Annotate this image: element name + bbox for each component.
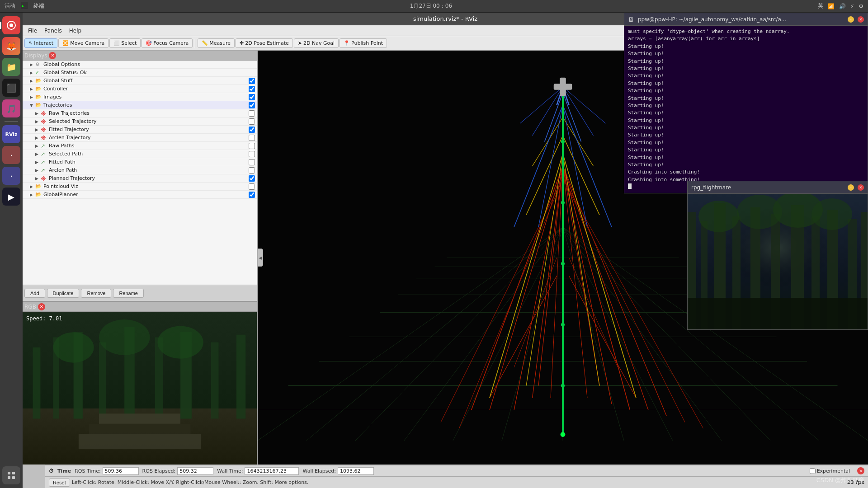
interact-button[interactable]: ↖ Interact [24,38,57,48]
planned-trajectory-checkbox[interactable] [249,175,255,182]
raw-paths-icon: ↗ [41,143,48,149]
nav-goal-icon: ➤ [298,40,302,46]
pose-estimate-label: 2D Pose Estimate [245,40,289,46]
tree-item-arclen-trajectory[interactable]: ▶ ❋ Arclen Trajectory [23,134,257,142]
reset-button[interactable]: Reset [49,479,70,487]
terminal-minimize-button[interactable]: - [848,16,854,23]
controller-checkbox[interactable] [249,86,255,92]
watermark: CSDN @炸机狂魔 [816,476,864,484]
raw-paths-checkbox[interactable] [249,143,255,149]
svg-rect-20 [89,424,190,434]
tree-label-global-planner: GlobalPlanner [43,192,249,197]
fitted-trajectory-checkbox[interactable] [249,127,255,133]
experimental-checkbox[interactable] [810,468,816,474]
terminal-label[interactable]: 终端 [33,2,44,10]
ros-elapsed-field: ROS Elapsed: 509.32 [142,467,214,475]
tree-item-controller[interactable]: ▶ 📂 Controller [23,85,257,93]
selected-path-checkbox[interactable] [249,151,255,157]
tree-item-selected-trajectory[interactable]: ▶ ❋ Selected Trajectory [23,117,257,126]
tree-item-planned-trajectory[interactable]: ▶ ❋ Planned Trajectory [23,174,257,183]
arclen-trajectory-checkbox[interactable] [249,135,255,141]
focus-camera-button[interactable]: 🎯 Focus Camera [142,38,193,48]
pointcloud-viz-checkbox[interactable] [249,183,255,190]
tree-label-trajectories: Trajectories [43,102,249,108]
dock-item-terminal[interactable]: ⬛ [2,79,20,97]
tree-item-selected-path[interactable]: ▶ ↗ Selected Path [23,150,257,158]
select-button[interactable]: ⬜ Select [109,38,141,48]
tree-item-raw-trajectories[interactable]: ▶ ❋ Raw Trajectories [23,109,257,117]
global-stuff-checkbox[interactable] [249,78,255,84]
dock-item-files[interactable] [2,16,20,34]
images-checkbox[interactable] [249,94,255,100]
displays-tree[interactable]: ▶ ⚙ Global Options ▶ ✓ Global Status: Ok… [23,61,257,285]
lang-label[interactable]: 英 [818,2,823,10]
svg-point-24 [157,326,203,359]
trajectories-checkbox[interactable] [249,102,255,108]
panel-collapse-handle[interactable]: ◀ [258,249,263,267]
tree-item-trajectories[interactable]: ▼ 📂 Trajectories [23,101,257,109]
system-bar-center: 1月27日 00：06 [410,2,452,10]
tree-item-arclen-path[interactable]: ▶ ↗ Arclen Path [23,166,257,174]
tree-arrow-icon: ▶ [35,152,41,156]
nav-goal-label: 2D Nav Goal [303,40,335,46]
dock-item-unknown1[interactable]: · [2,146,20,164]
tree-item-global-status[interactable]: ▶ ✓ Global Status: Ok [23,69,257,77]
dock-item-unknown2[interactable]: · [2,167,20,185]
tree-item-raw-paths[interactable]: ▶ ↗ Raw Paths [23,142,257,150]
remove-button[interactable]: Remove [81,289,111,298]
publish-point-button[interactable]: 📍 Publish Point [340,38,387,48]
pose-estimate-button[interactable]: ✤ 2D Pose Estimate [236,38,293,48]
terminal-close-button[interactable]: ✕ [858,16,864,23]
displays-close-button[interactable]: ✕ [49,52,56,59]
arclen-path-checkbox[interactable] [249,167,255,174]
dock-item-terminal2[interactable]: ▶ [2,188,20,206]
settings-icon[interactable]: ⚙ [859,3,863,9]
menu-help[interactable]: Help [66,27,85,35]
rgb-close-button[interactable]: ✕ [38,303,45,310]
measure-button[interactable]: 📏 Measure [198,38,235,48]
tree-item-images[interactable]: ▶ 📂 Images [23,93,257,101]
dock-apps-button[interactable] [2,466,20,484]
duplicate-button[interactable]: Duplicate [47,289,80,298]
tree-item-global-planner[interactable]: ▶ 📂 GlobalPlanner [23,191,257,199]
terminal-line: Starting up! [628,58,864,65]
move-camera-button[interactable]: 🔀 Move Camera [58,38,108,48]
dock-item-files2[interactable]: 📁 [2,58,20,76]
dock-item-rviz[interactable]: RViz [2,125,20,143]
tree-item-fitted-path[interactable]: ▶ ↗ Fitted Path [23,158,257,166]
selected-traj-icon: ❋ [41,118,48,125]
svg-point-120 [811,198,852,230]
svg-rect-19 [99,413,180,424]
tree-item-pointcloud-viz[interactable]: ▶ 📂 Pointcloud Viz [23,183,257,191]
terminal-line: Starting up! [628,139,864,146]
rename-button[interactable]: Rename [113,289,144,298]
time-close-button[interactable]: ✕ [857,467,864,474]
terminal-line: Crashing into something! [628,169,864,175]
tree-item-global-options[interactable]: ▶ ⚙ Global Options [23,61,257,69]
global-planner-checkbox[interactable] [249,192,255,198]
network-icon: 📶 [828,3,835,9]
selected-trajectory-checkbox[interactable] [249,118,255,125]
menu-file[interactable]: File [24,27,41,35]
datetime-label: 1月27日 00：06 [410,3,452,9]
select-label: Select [121,40,137,46]
add-button[interactable]: Add [24,289,45,298]
svg-rect-17 [211,343,219,419]
arclen-traj-icon: ❋ [41,134,48,141]
dock-item-firefox[interactable]: 🦊 [2,37,20,55]
nav-goal-button[interactable]: ➤ 2D Nav Goal [294,38,339,48]
time-bottom: Reset Left-Click: Rotate. Middle-Click: … [45,477,868,488]
dock-item-music[interactable]: 🎵 [2,99,20,117]
terminal-app-icon[interactable]: ▶_ [21,2,28,10]
fitted-path-checkbox[interactable] [249,159,255,165]
flightmare-minimize-button[interactable]: - [848,184,854,191]
tree-arrow-icon: ▼ [30,103,35,108]
power-icon: ⚡ [850,3,854,9]
activities-label[interactable]: 活动 [5,2,15,10]
raw-trajectories-checkbox[interactable] [249,110,255,117]
menu-panels[interactable]: Panels [41,27,66,35]
tree-item-global-stuff[interactable]: ▶ 📂 Global Stuff [23,77,257,85]
tree-item-fitted-trajectory[interactable]: ▶ ❋ Fitted Trajectory [23,126,257,134]
flightmare-close-button[interactable]: ✕ [858,184,864,191]
rgb-panel: RGB ✕ [23,302,257,465]
